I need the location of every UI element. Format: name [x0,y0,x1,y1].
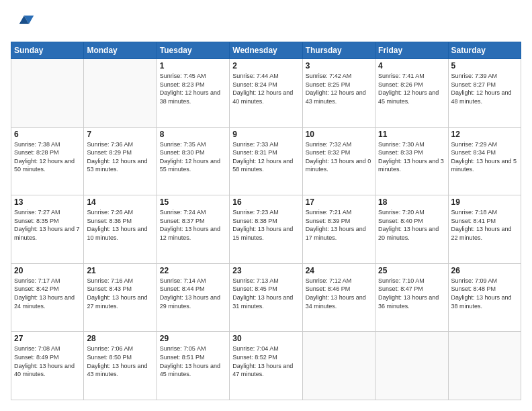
calendar-cell [302,332,375,400]
logo [11,11,38,35]
calendar-cell: 6Sunrise: 7:38 AM Sunset: 8:28 PM Daylig… [11,127,84,195]
calendar-cell: 24Sunrise: 7:12 AM Sunset: 8:46 PM Dayli… [302,263,375,332]
calendar-week-row: 20Sunrise: 7:17 AM Sunset: 8:42 PM Dayli… [11,263,521,332]
cell-info: Sunrise: 7:23 AM Sunset: 8:38 PM Dayligh… [232,208,299,242]
cell-info: Sunrise: 7:35 AM Sunset: 8:30 PM Dayligh… [160,140,226,174]
cell-info: Sunrise: 7:09 AM Sunset: 8:48 PM Dayligh… [451,277,518,310]
calendar-cell: 23Sunrise: 7:13 AM Sunset: 8:45 PM Dayli… [230,263,302,332]
cell-info: Sunrise: 7:33 AM Sunset: 8:31 PM Dayligh… [232,140,299,174]
cell-info: Sunrise: 7:21 AM Sunset: 8:39 PM Dayligh… [306,208,372,242]
calendar-day-header: Saturday [448,42,521,59]
header [11,11,521,35]
cell-info: Sunrise: 7:05 AM Sunset: 8:51 PM Dayligh… [160,345,226,378]
cell-info: Sunrise: 7:14 AM Sunset: 8:44 PM Dayligh… [160,277,226,310]
cell-day-number: 6 [14,130,81,139]
cell-info: Sunrise: 7:08 AM Sunset: 8:49 PM Dayligh… [14,345,81,378]
cell-info: Sunrise: 7:27 AM Sunset: 8:35 PM Dayligh… [14,208,81,242]
calendar-day-header: Monday [84,42,157,59]
cell-info: Sunrise: 7:24 AM Sunset: 8:37 PM Dayligh… [160,208,226,242]
cell-info: Sunrise: 7:26 AM Sunset: 8:36 PM Dayligh… [87,208,153,242]
cell-info: Sunrise: 7:13 AM Sunset: 8:45 PM Dayligh… [232,277,299,310]
cell-info: Sunrise: 7:38 AM Sunset: 8:28 PM Dayligh… [14,140,81,174]
calendar-week-row: 1Sunrise: 7:45 AM Sunset: 8:23 PM Daylig… [11,59,521,128]
calendar-cell: 18Sunrise: 7:20 AM Sunset: 8:40 PM Dayli… [375,195,448,264]
cell-info: Sunrise: 7:45 AM Sunset: 8:23 PM Dayligh… [160,72,226,105]
cell-info: Sunrise: 7:17 AM Sunset: 8:42 PM Dayligh… [14,277,81,310]
cell-info: Sunrise: 7:04 AM Sunset: 8:52 PM Dayligh… [232,345,299,378]
cell-info: Sunrise: 7:12 AM Sunset: 8:46 PM Dayligh… [306,277,372,310]
calendar-cell: 11Sunrise: 7:30 AM Sunset: 8:33 PM Dayli… [375,127,448,195]
cell-info: Sunrise: 7:32 AM Sunset: 8:32 PM Dayligh… [306,140,372,174]
cell-day-number: 1 [160,61,226,71]
calendar-cell: 26Sunrise: 7:09 AM Sunset: 8:48 PM Dayli… [448,263,521,332]
page: SundayMondayTuesdayWednesdayThursdayFrid… [0,0,532,411]
cell-info: Sunrise: 7:30 AM Sunset: 8:33 PM Dayligh… [378,140,445,174]
calendar-cell: 29Sunrise: 7:05 AM Sunset: 8:51 PM Dayli… [157,332,229,400]
cell-day-number: 21 [87,266,153,275]
calendar-cell: 9Sunrise: 7:33 AM Sunset: 8:31 PM Daylig… [230,127,302,195]
calendar-cell: 20Sunrise: 7:17 AM Sunset: 8:42 PM Dayli… [11,263,84,332]
calendar-cell: 14Sunrise: 7:26 AM Sunset: 8:36 PM Dayli… [84,195,157,264]
cell-info: Sunrise: 7:42 AM Sunset: 8:25 PM Dayligh… [306,72,372,105]
calendar-week-row: 6Sunrise: 7:38 AM Sunset: 8:28 PM Daylig… [11,127,521,195]
calendar-day-header: Tuesday [157,42,229,59]
calendar-day-header: Wednesday [230,42,302,59]
cell-info: Sunrise: 7:39 AM Sunset: 8:27 PM Dayligh… [451,72,518,105]
cell-day-number: 14 [87,197,153,207]
cell-day-number: 18 [378,197,445,207]
calendar-cell [448,332,521,400]
cell-day-number: 16 [232,197,299,207]
cell-day-number: 26 [451,266,518,275]
cell-day-number: 22 [160,266,226,275]
calendar-cell: 27Sunrise: 7:08 AM Sunset: 8:49 PM Dayli… [11,332,84,400]
calendar-cell: 15Sunrise: 7:24 AM Sunset: 8:37 PM Dayli… [157,195,229,264]
cell-info: Sunrise: 7:16 AM Sunset: 8:43 PM Dayligh… [87,277,153,310]
calendar-cell: 5Sunrise: 7:39 AM Sunset: 8:27 PM Daylig… [448,59,521,128]
cell-day-number: 20 [14,266,81,275]
calendar-cell: 25Sunrise: 7:10 AM Sunset: 8:47 PM Dayli… [375,263,448,332]
calendar-cell: 4Sunrise: 7:41 AM Sunset: 8:26 PM Daylig… [375,59,448,128]
calendar-cell: 28Sunrise: 7:06 AM Sunset: 8:50 PM Dayli… [84,332,157,400]
calendar-cell: 21Sunrise: 7:16 AM Sunset: 8:43 PM Dayli… [84,263,157,332]
cell-day-number: 9 [232,130,299,139]
logo-icon [11,11,35,35]
cell-day-number: 27 [14,334,81,343]
cell-day-number: 10 [306,130,372,139]
calendar-cell [375,332,448,400]
cell-day-number: 15 [160,197,226,207]
calendar-cell: 3Sunrise: 7:42 AM Sunset: 8:25 PM Daylig… [302,59,375,128]
cell-info: Sunrise: 7:41 AM Sunset: 8:26 PM Dayligh… [378,72,445,105]
calendar-cell: 16Sunrise: 7:23 AM Sunset: 8:38 PM Dayli… [230,195,302,264]
calendar-day-header: Sunday [11,42,84,59]
cell-day-number: 17 [306,197,372,207]
calendar-day-header: Friday [375,42,448,59]
cell-info: Sunrise: 7:18 AM Sunset: 8:41 PM Dayligh… [451,208,518,242]
cell-day-number: 23 [232,266,299,275]
calendar-cell: 2Sunrise: 7:44 AM Sunset: 8:24 PM Daylig… [230,59,302,128]
cell-info: Sunrise: 7:36 AM Sunset: 8:29 PM Dayligh… [87,140,153,174]
cell-day-number: 12 [451,130,518,139]
cell-info: Sunrise: 7:20 AM Sunset: 8:40 PM Dayligh… [378,208,445,242]
cell-day-number: 19 [451,197,518,207]
cell-day-number: 7 [87,130,153,139]
calendar-day-header: Thursday [302,42,375,59]
calendar-cell: 12Sunrise: 7:29 AM Sunset: 8:34 PM Dayli… [448,127,521,195]
cell-day-number: 30 [232,334,299,343]
calendar-header-row: SundayMondayTuesdayWednesdayThursdayFrid… [11,42,521,59]
calendar-cell: 22Sunrise: 7:14 AM Sunset: 8:44 PM Dayli… [157,263,229,332]
calendar-cell: 1Sunrise: 7:45 AM Sunset: 8:23 PM Daylig… [157,59,229,128]
calendar-cell [11,59,84,128]
cell-day-number: 2 [232,61,299,71]
cell-day-number: 11 [378,130,445,139]
cell-day-number: 5 [451,61,518,71]
cell-day-number: 24 [306,266,372,275]
calendar-cell [84,59,157,128]
calendar-cell: 13Sunrise: 7:27 AM Sunset: 8:35 PM Dayli… [11,195,84,264]
cell-info: Sunrise: 7:44 AM Sunset: 8:24 PM Dayligh… [232,72,299,105]
calendar-week-row: 13Sunrise: 7:27 AM Sunset: 8:35 PM Dayli… [11,195,521,264]
cell-day-number: 28 [87,334,153,343]
cell-day-number: 25 [378,266,445,275]
cell-info: Sunrise: 7:06 AM Sunset: 8:50 PM Dayligh… [87,345,153,378]
cell-day-number: 8 [160,130,226,139]
calendar-table: SundayMondayTuesdayWednesdayThursdayFrid… [11,42,521,400]
